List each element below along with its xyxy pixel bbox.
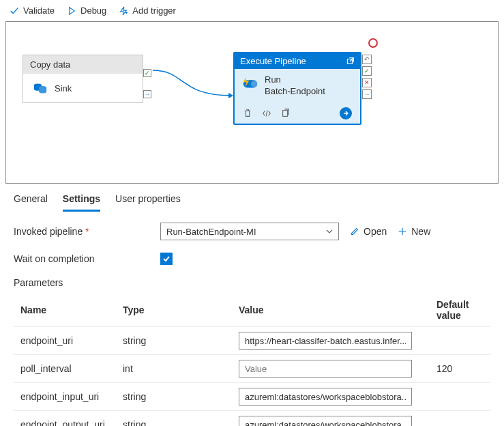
parameters-section-title: Parameters xyxy=(14,277,490,288)
param-default xyxy=(430,327,490,355)
col-header-name: Name xyxy=(14,294,116,327)
arrow-icon: → xyxy=(145,91,151,98)
port-completion[interactable]: → xyxy=(362,89,372,99)
invoked-pipeline-label: Invoked pipeline * xyxy=(14,226,160,237)
delete-icon[interactable] xyxy=(243,109,252,118)
run-button[interactable] xyxy=(340,107,352,119)
table-row: endpoint_input_uri string xyxy=(14,383,490,411)
svg-rect-6 xyxy=(283,110,288,116)
tab-settings[interactable]: Settings xyxy=(63,193,100,212)
breakpoint-indicator[interactable] xyxy=(368,38,378,48)
param-value-input[interactable] xyxy=(239,388,412,406)
parameters-table: Name Type Value Default value endpoint_u… xyxy=(14,294,490,426)
param-name: endpoint_output_uri xyxy=(14,411,116,427)
add-trigger-label: Add trigger xyxy=(132,5,176,16)
tab-user-properties[interactable]: User properties xyxy=(115,193,181,212)
chevron-down-icon xyxy=(326,228,333,235)
endpoint-label: Batch-Endpoint xyxy=(265,86,325,98)
invoked-pipeline-value: Run-BatchEndpoint-MI xyxy=(166,227,256,237)
execute-pipeline-title: Execute Pipeline xyxy=(240,56,306,66)
svg-point-5 xyxy=(251,81,257,87)
execute-pipeline-header: Execute Pipeline xyxy=(235,53,360,69)
port-failure[interactable]: ✕ xyxy=(362,78,372,87)
param-name: endpoint_uri xyxy=(14,327,116,355)
sink-label: Sink xyxy=(55,83,72,94)
tab-general[interactable]: General xyxy=(14,193,48,212)
output-port-skip[interactable]: → xyxy=(143,90,151,98)
execute-pipeline-body: Run Batch-Endpoint xyxy=(235,69,360,103)
invoked-pipeline-dropdown[interactable]: Run-BatchEndpoint-MI xyxy=(160,223,339,240)
execute-pipeline-footer xyxy=(235,103,360,124)
edit-icon xyxy=(350,227,359,236)
param-default xyxy=(430,383,490,411)
output-port-success[interactable]: ✓ xyxy=(143,69,151,77)
port-success[interactable]: ✓ xyxy=(362,66,372,76)
validate-label: Validate xyxy=(23,5,55,16)
check-icon xyxy=(162,255,171,263)
param-default xyxy=(430,411,490,427)
param-default: 120 xyxy=(430,355,490,383)
param-value-input[interactable] xyxy=(239,332,412,350)
pipeline-run-icon xyxy=(241,74,259,92)
toolbar: Validate Debug Add trigger xyxy=(0,0,504,21)
check-icon: ✓ xyxy=(145,70,150,76)
open-external-icon[interactable] xyxy=(345,57,355,66)
param-type: string xyxy=(116,383,232,411)
copy-icon[interactable] xyxy=(281,109,291,118)
execute-pipeline-node[interactable]: Execute Pipeline Run Batch-Endpoint xyxy=(233,52,361,125)
table-row: endpoint_output_uri string xyxy=(14,411,490,427)
port-retry[interactable]: ↶ xyxy=(362,55,372,64)
trigger-icon xyxy=(119,6,128,16)
pipeline-canvas[interactable]: Copy data Sink ✓ → Execute Pipeline xyxy=(5,21,499,184)
database-icon xyxy=(33,81,48,96)
code-icon[interactable] xyxy=(262,109,271,118)
settings-form: Invoked pipeline * Run-BatchEndpoint-MI … xyxy=(0,212,504,426)
param-name: endpoint_input_uri xyxy=(14,383,116,411)
add-trigger-button[interactable]: Add trigger xyxy=(119,5,176,16)
arrow-right-icon xyxy=(342,110,349,117)
run-label: Run xyxy=(265,74,325,86)
play-icon xyxy=(67,6,76,16)
param-value-input[interactable] xyxy=(239,416,412,426)
param-type: string xyxy=(116,411,232,427)
col-header-type: Type xyxy=(116,294,232,327)
param-name: poll_interval xyxy=(14,355,116,383)
debug-label: Debug xyxy=(80,5,106,16)
copy-data-node[interactable]: Copy data Sink ✓ → xyxy=(23,55,143,103)
property-tabs: General Settings User properties xyxy=(0,184,504,212)
col-header-value: Value xyxy=(232,294,430,327)
col-header-default: Default value xyxy=(430,294,490,327)
copy-data-body: Sink xyxy=(23,74,143,102)
param-type: int xyxy=(116,355,232,383)
wait-on-completion-label: Wait on completion xyxy=(14,253,160,264)
table-row: poll_interval int 120 xyxy=(14,355,490,383)
new-pipeline-button[interactable]: New xyxy=(398,226,430,237)
check-icon xyxy=(10,6,19,16)
node-side-ports: ↶ ✓ ✕ → xyxy=(362,55,372,99)
param-value-input[interactable] xyxy=(239,360,412,378)
debug-button[interactable]: Debug xyxy=(67,5,106,16)
plus-icon xyxy=(398,227,407,236)
validate-button[interactable]: Validate xyxy=(10,5,55,16)
param-type: string xyxy=(116,327,232,355)
open-pipeline-button[interactable]: Open xyxy=(350,226,387,237)
table-row: endpoint_uri string xyxy=(14,327,490,355)
wait-on-completion-checkbox[interactable] xyxy=(160,253,173,265)
copy-data-title: Copy data xyxy=(23,55,143,74)
connector-line xyxy=(151,68,235,102)
